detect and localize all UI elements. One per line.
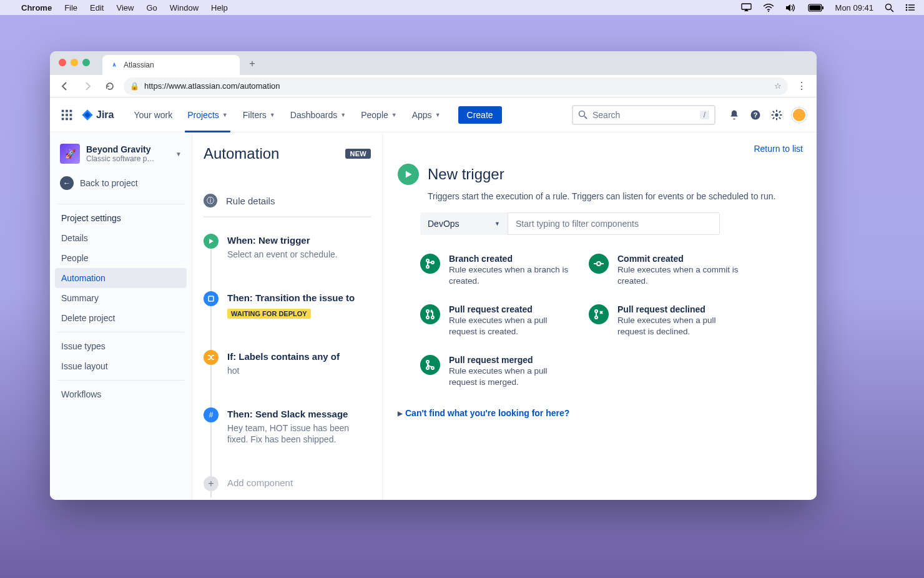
return-to-list-link[interactable]: Return to list bbox=[754, 144, 803, 154]
trigger-option-branch-created[interactable]: Branch createdRule executes when a branc… bbox=[420, 254, 576, 287]
nav-people[interactable]: People▼ bbox=[353, 97, 405, 132]
nav-back[interactable] bbox=[56, 77, 74, 95]
control-center-icon[interactable] bbox=[905, 4, 915, 11]
svg-point-26 bbox=[775, 113, 778, 116]
svg-rect-13 bbox=[62, 109, 64, 112]
window-close[interactable] bbox=[59, 59, 66, 66]
menubar-window[interactable]: Window bbox=[170, 3, 199, 12]
pr-icon bbox=[420, 304, 440, 324]
cant-find-link[interactable]: ▶ Can't find what you're looking for her… bbox=[398, 408, 803, 418]
trigger-description: Triggers start the execution of a rule. … bbox=[428, 191, 803, 201]
wifi-icon[interactable] bbox=[763, 4, 774, 12]
sidebar-item-workflows[interactable]: Workflows bbox=[55, 384, 187, 404]
lock-icon: 🔒 bbox=[130, 82, 139, 91]
menubar-go[interactable]: Go bbox=[146, 3, 157, 12]
sidebar-item-people[interactable]: People bbox=[55, 248, 187, 268]
bookmark-icon[interactable]: ☆ bbox=[774, 81, 782, 91]
project-name: Beyond Gravity bbox=[86, 144, 154, 154]
category-select[interactable]: DevOps ▼ bbox=[420, 212, 508, 235]
menubar-clock[interactable]: Mon 09:41 bbox=[835, 3, 873, 12]
back-to-project[interactable]: ← Back to project bbox=[55, 167, 187, 200]
component-filter-input[interactable]: Start typing to filter components bbox=[508, 212, 720, 235]
browser-window: Atlassian + 🔒 https://www.atlassian.com/… bbox=[50, 51, 817, 500]
window-maximize[interactable] bbox=[82, 59, 90, 66]
plus-icon: + bbox=[204, 476, 219, 491]
menubar-edit[interactable]: Edit bbox=[90, 3, 104, 12]
new-badge: NEW bbox=[345, 149, 371, 159]
sidebar-item-issue-types[interactable]: Issue types bbox=[55, 336, 187, 356]
chevron-down-icon: ▼ bbox=[391, 112, 397, 118]
page-title: Automation bbox=[204, 145, 279, 162]
nav-dashboards[interactable]: Dashboards▼ bbox=[283, 97, 353, 132]
browser-tab[interactable]: Atlassian bbox=[102, 55, 240, 75]
svg-rect-18 bbox=[70, 114, 72, 116]
tab-bar: Atlassian + bbox=[50, 51, 817, 75]
app-switcher-icon[interactable] bbox=[60, 108, 74, 122]
svg-rect-21 bbox=[70, 117, 72, 120]
branch-icon bbox=[420, 254, 440, 274]
sidebar-item-issue-layout[interactable]: Issue layout bbox=[55, 356, 187, 376]
nav-apps[interactable]: Apps▼ bbox=[405, 97, 448, 132]
airplay-icon[interactable] bbox=[741, 3, 752, 12]
rule-details-row[interactable]: ⓘ Rule details bbox=[204, 194, 371, 207]
info-icon: ⓘ bbox=[204, 194, 217, 207]
commit-icon bbox=[589, 254, 609, 274]
nav-filters[interactable]: Filters▼ bbox=[235, 97, 283, 132]
search-input[interactable]: Search / bbox=[572, 105, 715, 125]
menubar-view[interactable]: View bbox=[116, 3, 134, 12]
play-icon bbox=[398, 164, 419, 185]
svg-rect-16 bbox=[62, 114, 64, 116]
nav-projects[interactable]: Projects▼ bbox=[180, 97, 235, 132]
settings-icon[interactable] bbox=[770, 109, 783, 121]
sidebar-item-summary[interactable]: Summary bbox=[55, 288, 187, 308]
svg-point-46 bbox=[595, 316, 597, 319]
new-tab-button[interactable]: + bbox=[243, 55, 261, 72]
window-minimize[interactable] bbox=[71, 59, 78, 66]
svg-point-48 bbox=[426, 367, 429, 369]
svg-point-5 bbox=[886, 4, 892, 9]
jira-logo[interactable]: Jira bbox=[81, 109, 114, 121]
chevron-down-icon: ▼ bbox=[340, 112, 346, 118]
volume-icon[interactable] bbox=[785, 4, 797, 12]
project-switcher[interactable]: 🚀 Beyond Gravity Classic software p… ▼ bbox=[55, 144, 187, 167]
svg-point-42 bbox=[426, 310, 429, 312]
atlassian-icon bbox=[110, 60, 119, 71]
slack-icon: # bbox=[204, 407, 219, 422]
rule-step-transition[interactable]: Then: Transition the issue to WAITING FO… bbox=[204, 291, 371, 319]
trigger-option-pr-created[interactable]: Pull request createdRule executes when a… bbox=[420, 304, 576, 337]
svg-line-23 bbox=[584, 116, 587, 119]
battery-icon[interactable] bbox=[808, 4, 824, 12]
svg-rect-0 bbox=[742, 4, 751, 9]
svg-line-32 bbox=[779, 117, 781, 119]
macos-menubar: Chrome File Edit View Go Window Help Mon… bbox=[0, 0, 924, 15]
notifications-icon[interactable] bbox=[728, 109, 740, 121]
menubar-file[interactable]: File bbox=[64, 3, 77, 12]
browser-menu-icon[interactable]: ⋮ bbox=[793, 77, 810, 95]
menubar-help[interactable]: Help bbox=[211, 3, 228, 12]
sidebar-item-automation[interactable]: Automation bbox=[55, 268, 187, 288]
rule-step-trigger[interactable]: When: New trigger Select an event or sch… bbox=[204, 234, 371, 260]
rule-step-condition[interactable]: If: Labels contains any of hot bbox=[204, 350, 371, 376]
menubar-app[interactable]: Chrome bbox=[21, 3, 52, 12]
svg-point-11 bbox=[906, 9, 908, 11]
sidebar-item-delete-project[interactable]: Delete project bbox=[55, 308, 187, 328]
trigger-option-pr-declined[interactable]: Pull request declinedRule executes when … bbox=[589, 304, 745, 337]
create-button[interactable]: Create bbox=[458, 106, 502, 124]
trigger-option-commit-created[interactable]: Commit createdRule executes when a commi… bbox=[589, 254, 745, 287]
search-shortcut: / bbox=[700, 111, 709, 119]
search-placeholder: Search bbox=[592, 110, 620, 120]
user-avatar[interactable] bbox=[792, 107, 807, 122]
rule-step-slack[interactable]: # Then: Send Slack message Hey team, HOT… bbox=[204, 407, 371, 445]
svg-point-43 bbox=[426, 316, 429, 319]
svg-line-34 bbox=[779, 111, 781, 112]
add-component-button[interactable]: + Add component bbox=[204, 476, 371, 491]
trigger-option-pr-merged[interactable]: Pull request mergedRule executes when a … bbox=[420, 355, 576, 388]
nav-your-work[interactable]: Your work bbox=[126, 97, 180, 132]
help-icon[interactable]: ? bbox=[749, 109, 762, 121]
url-field[interactable]: 🔒 https://www.atlassian.com/automation ☆ bbox=[124, 77, 788, 95]
sidebar-item-details[interactable]: Details bbox=[55, 228, 187, 248]
project-avatar: 🚀 bbox=[60, 144, 80, 164]
spotlight-icon[interactable] bbox=[885, 3, 894, 12]
nav-reload[interactable] bbox=[101, 77, 119, 95]
svg-point-22 bbox=[579, 111, 585, 117]
